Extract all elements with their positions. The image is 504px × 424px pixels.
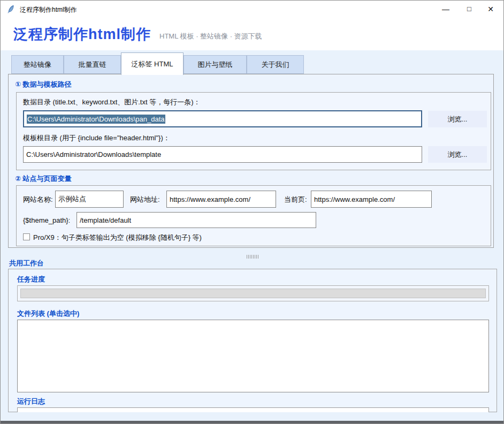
tab-images-wallpaper[interactable]: 图片与壁纸 xyxy=(184,55,247,74)
page-title: 泛程序制作html制作 xyxy=(13,25,151,44)
site-name-input[interactable]: 示例站点 xyxy=(55,191,124,208)
file-listbox[interactable] xyxy=(17,320,489,392)
tab-batch-links[interactable]: 批量直链 xyxy=(64,55,121,74)
template-dir-input[interactable]: C:\Users\Administrator\Downloads\templat… xyxy=(23,146,422,163)
app-window: 泛程序制作html制作 — □ ✕ 泛程序制作html制作 HTML 模板 · … xyxy=(0,0,504,424)
site-name-value: 示例站点 xyxy=(58,194,86,204)
section1-title: ① 数据与模板路径 xyxy=(15,80,72,89)
progress-label: 任务进度 xyxy=(17,275,45,284)
close-icon: ✕ xyxy=(487,5,494,13)
tab-about-us[interactable]: 关于我们 xyxy=(247,55,304,74)
tab-content-panel: ① 数据与模板路径 数据目录 (title.txt、keyword.txt、图片… xyxy=(8,74,494,248)
theme-path-value: /template/default xyxy=(80,216,131,224)
data-dir-input[interactable]: C:\Users\Administrator\Downloads\pan_dat… xyxy=(23,110,422,127)
template-dir-browse-button[interactable]: 浏览... xyxy=(428,146,487,163)
workbench-title: 共用工作台 xyxy=(9,259,44,268)
site-vars-group: 网站名称: 示例站点 网站地址: https://www.example.com… xyxy=(16,185,491,246)
current-page-label: 当前页: xyxy=(284,195,307,205)
paths-group: 数据目录 (title.txt、keyword.txt、图片.txt 等，每行一… xyxy=(16,92,491,170)
current-page-value: https://www.example.com/ xyxy=(314,195,395,203)
maximize-icon: □ xyxy=(467,5,471,13)
site-url-input[interactable]: https://www.example.com/ xyxy=(166,191,276,208)
progress-bar-frame xyxy=(17,285,489,301)
theme-path-input[interactable]: /template/default xyxy=(77,212,316,228)
title-bar: 泛程序制作html制作 — □ ✕ xyxy=(1,1,503,18)
workbench-frame: 任务进度 文件列表 (单击选中) 运行日志 xyxy=(8,269,497,412)
current-page-input[interactable]: https://www.example.com/ xyxy=(311,191,432,208)
minimize-icon: — xyxy=(442,5,449,13)
data-dir-browse-button[interactable]: 浏览... xyxy=(428,111,487,127)
file-list-label: 文件列表 (单击选中) xyxy=(17,309,79,319)
theme-path-label: {$theme_path}: xyxy=(23,216,70,224)
window-bottom-edge xyxy=(1,421,503,423)
minimize-button[interactable]: — xyxy=(435,1,456,17)
pane-sash-grip[interactable] xyxy=(247,255,258,259)
template-dir-value: C:\Users\Administrator\Downloads\templat… xyxy=(26,150,161,158)
site-url-label: 网站地址: xyxy=(130,195,160,205)
section2-title: ② 站点与页面变量 xyxy=(15,174,72,184)
tk-feather-icon xyxy=(6,5,15,13)
window-title: 泛程序制作html制作 xyxy=(20,5,77,14)
progress-bar-trough xyxy=(20,289,486,298)
run-log-textarea[interactable] xyxy=(17,407,489,412)
pro-x9-checkbox[interactable] xyxy=(23,233,30,240)
pro-x9-checkbox-label: Pro/X9：句子类标签输出为空 (模拟移除 {随机句子} 等) xyxy=(33,233,202,243)
maximize-button[interactable]: □ xyxy=(459,1,480,17)
close-button[interactable]: ✕ xyxy=(480,1,501,17)
run-log-label: 运行日志 xyxy=(17,397,45,406)
app-header: 泛程序制作html制作 HTML 模板 · 整站镜像 · 资源下载 xyxy=(1,18,503,50)
site-url-value: https://www.example.com/ xyxy=(170,195,250,203)
template-dir-label: 模板根目录 (用于 {include file="header.html"})： xyxy=(23,133,170,143)
tab-whole-site-mirror[interactable]: 整站镜像 xyxy=(11,55,64,74)
data-dir-value: C:\Users\Administrator\Downloads\pan_dat… xyxy=(27,115,165,124)
tab-pan-tag-html[interactable]: 泛标签 HTML xyxy=(121,52,184,75)
site-name-label: 网站名称: xyxy=(23,195,53,205)
page-subtitle: HTML 模板 · 整站镜像 · 资源下载 xyxy=(159,27,262,41)
data-dir-label: 数据目录 (title.txt、keyword.txt、图片.txt 等，每行一… xyxy=(23,97,201,107)
